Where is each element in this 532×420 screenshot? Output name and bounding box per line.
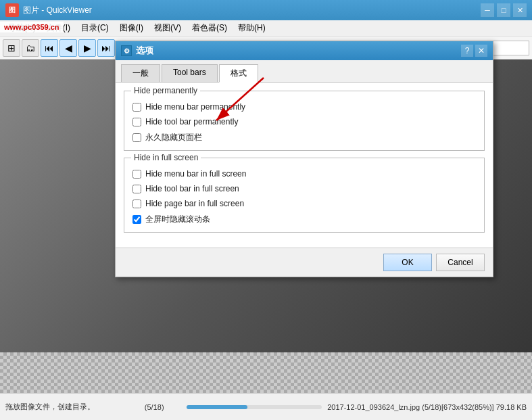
watermark: www.pc0359.cn	[0, 22, 64, 32]
hide-menu-full-label: Hide menu bar in full screen	[145, 169, 246, 179]
hide-menu-perm-label: Hide menu bar permanently	[145, 102, 245, 112]
hide-page-full-label: Hide page bar in full screen	[145, 199, 244, 208]
hide-permanently-label: Hide permanently	[131, 86, 200, 95]
menu-dir[interactable]: 目录(C)	[76, 21, 114, 35]
toolbar-grid-button[interactable]: ⊞	[3, 39, 20, 57]
toolbar-next-button[interactable]: ▶	[78, 39, 96, 57]
tab-general[interactable]: 一般	[121, 64, 160, 82]
dialog-footer: OK Cancel	[116, 248, 493, 277]
options-dialog: ⚙ 选项 ? ✕ 一般 Tool bars 格式 Hide permanentl…	[115, 41, 493, 277]
app-logo: 图	[5, 3, 19, 17]
dialog-help-button[interactable]: ?	[461, 45, 473, 57]
hide-tool-full-label: Hide tool bar in full screen	[145, 184, 239, 193]
title-bar-controls: ─ □ ✕	[481, 3, 527, 17]
toolbar-nav-button[interactable]: 🗂	[22, 39, 39, 57]
hide-tool-full-checkbox[interactable]	[132, 185, 141, 193]
menu-help[interactable]: 帮助(H)	[233, 21, 271, 35]
dialog-title: 选项	[136, 45, 461, 57]
hide-scroll-full-checkbox[interactable]	[132, 215, 141, 224]
menu-image[interactable]: 图像(I)	[114, 21, 149, 35]
menu-shader[interactable]: 着色器(S)	[187, 21, 233, 35]
dialog-controls: ? ✕	[461, 45, 487, 57]
hide-scroll-full-label: 全屏时隐藏滚动条	[145, 214, 210, 225]
toolbar-next-next-button[interactable]: ⏭	[97, 39, 115, 57]
checkbox-row-menu-full: Hide menu bar in full screen	[132, 169, 476, 179]
tabs-container: 一般 Tool bars 格式	[116, 60, 493, 83]
toolbar-prev-prev-button[interactable]: ⏮	[41, 39, 58, 57]
hide-permanently-section: Hide permanently Hide menu bar permanent…	[124, 91, 485, 151]
hide-fullscreen-section: Hide in full screen Hide menu bar in ful…	[124, 158, 485, 233]
status-right-text: 2017-12-01_093624_lzn.jpg (5/18)[673x432…	[327, 403, 527, 411]
menu-view[interactable]: 视图(V)	[149, 21, 187, 35]
dialog-content: Hide permanently Hide menu bar permanent…	[116, 83, 493, 248]
menu-bar: 导航(N) 文件(I) 目录(C) 图像(I) 视图(V) 着色器(S) 帮助(…	[0, 20, 532, 37]
app-window: 图 图片 - QuickViewer ─ □ ✕ www.pc0359.cn 导…	[0, 0, 532, 420]
title-bar: 图 图片 - QuickViewer ─ □ ✕	[0, 0, 532, 20]
cancel-button[interactable]: Cancel	[436, 254, 485, 271]
hide-menu-full-checkbox[interactable]	[132, 170, 141, 179]
tab-toolbars[interactable]: Tool bars	[162, 64, 218, 82]
progress-bar	[187, 405, 322, 409]
checkbox-row-tool-full: Hide tool bar in full screen	[132, 184, 476, 193]
checkbox-row-page-full: Hide page bar in full screen	[132, 199, 476, 208]
hide-tool-perm-label: Hide tool bar permanently	[145, 117, 238, 126]
hide-page-perm-label: 永久隐藏页面栏	[145, 132, 202, 143]
dialog-title-bar: ⚙ 选项 ? ✕	[116, 41, 493, 60]
dialog-icon: ⚙	[121, 45, 132, 56]
checkbox-row-page-perm: 永久隐藏页面栏	[132, 132, 476, 143]
checkbox-row-scroll-full: 全屏时隐藏滚动条	[132, 214, 476, 225]
toolbar-prev-button[interactable]: ◀	[59, 39, 77, 57]
close-button[interactable]: ✕	[513, 3, 527, 17]
progress-fill	[187, 405, 247, 409]
hide-page-perm-checkbox[interactable]	[132, 133, 141, 142]
ok-button[interactable]: OK	[383, 254, 432, 271]
status-bar: 拖放图像文件，创建目录。 (5/18) 2017-12-01_093624_lz…	[0, 393, 532, 420]
status-left-text: 拖放图像文件，创建目录。	[5, 402, 127, 412]
hide-menu-perm-checkbox[interactable]	[132, 103, 141, 112]
checkbox-row-menu-perm: Hide menu bar permanently	[132, 102, 476, 112]
status-center-text: (5/18)	[127, 403, 181, 411]
hide-fullscreen-label: Hide in full screen	[131, 153, 201, 162]
hide-page-full-checkbox[interactable]	[132, 200, 141, 208]
transparency-bg	[0, 352, 532, 393]
tab-format[interactable]: 格式	[219, 64, 258, 83]
hide-tool-perm-checkbox[interactable]	[132, 118, 141, 126]
app-title: 图片 - QuickViewer	[23, 5, 481, 16]
dialog-close-button[interactable]: ✕	[475, 45, 487, 57]
minimize-button[interactable]: ─	[481, 3, 494, 17]
maximize-button[interactable]: □	[497, 3, 510, 17]
checkbox-row-tool-perm: Hide tool bar permanently	[132, 117, 476, 126]
